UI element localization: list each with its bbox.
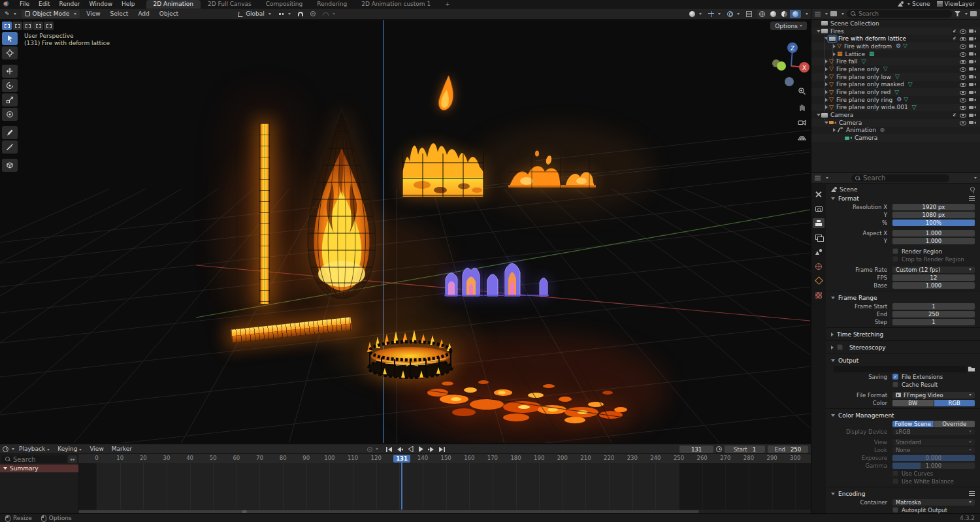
timeline-scrollbar[interactable] [78, 510, 699, 513]
tab-2d-animation[interactable]: 2D Animation [146, 0, 201, 8]
disclosure-icon[interactable] [825, 98, 828, 102]
hide-eye-icon[interactable] [960, 59, 966, 64]
add-cube-tool[interactable] [2, 159, 18, 172]
move-tool[interactable] [2, 65, 18, 78]
overlays-dropdown[interactable] [725, 10, 742, 18]
disclosure-icon[interactable] [825, 90, 828, 94]
disclosure-icon[interactable] [825, 82, 828, 86]
filter-funnel-icon[interactable] [955, 11, 960, 16]
shading-wireframe-button[interactable] [757, 10, 768, 18]
rotate-tool[interactable] [2, 79, 18, 92]
properties-editor-icon[interactable] [815, 176, 821, 180]
disclosure-icon[interactable] [825, 37, 828, 40]
object-visibility-dropdown[interactable] [687, 10, 704, 18]
stereoscopy-checkbox[interactable] [837, 344, 843, 350]
outliner-row-camera-data[interactable]: Camera [811, 134, 980, 142]
hide-eye-icon[interactable] [960, 120, 966, 125]
gamma-slider[interactable]: 1.000 [892, 463, 975, 469]
outliner-row-scene-collection[interactable]: Scene Collection [811, 20, 980, 27]
render-visibility-icon[interactable] [969, 97, 976, 103]
tab-output[interactable] [813, 218, 825, 228]
use-curves-checkbox[interactable] [892, 470, 898, 476]
render-visibility-icon[interactable] [969, 74, 976, 80]
menu-render[interactable]: Render [55, 1, 85, 7]
tab-world[interactable] [813, 261, 825, 271]
timeline-editor-icon[interactable] [3, 446, 8, 452]
aspect-y-field[interactable]: 1.000 [892, 238, 975, 244]
fire-plane-wide-object[interactable] [425, 347, 634, 438]
panel-output[interactable]: Output [826, 356, 980, 365]
view-transform-dropdown[interactable]: Standard [892, 439, 975, 446]
disclosure-icon[interactable] [833, 44, 836, 48]
display-device-dropdown[interactable]: sRGB [892, 429, 975, 435]
autosplit-checkbox[interactable] [892, 507, 898, 513]
render-region-checkbox[interactable] [892, 248, 898, 254]
gizmos-dropdown[interactable] [706, 10, 723, 18]
cache-result-checkbox[interactable] [892, 382, 898, 387]
output-path-field[interactable] [834, 366, 966, 372]
hide-eye-icon[interactable] [960, 112, 966, 118]
measure-tool[interactable] [2, 140, 18, 154]
render-visibility-icon[interactable] [969, 59, 976, 64]
outliner-row-lattice[interactable]: ▦Lattice ▦ [811, 50, 980, 58]
outliner-row-fire-with-deform-lattice[interactable]: Fire with deform lattice ✓ [811, 35, 980, 42]
play-reverse-button[interactable] [406, 446, 415, 453]
disclosure-icon[interactable] [825, 75, 828, 79]
viewlayer-selector[interactable]: ViewLayer [937, 1, 975, 7]
use-preview-range-icon[interactable] [716, 446, 722, 452]
viewport-menu-select[interactable]: Select [107, 10, 132, 17]
select-mode-extend-button[interactable] [12, 22, 22, 30]
annotate-tool[interactable] [2, 126, 18, 139]
timeline-menu-marker[interactable]: Marker [108, 446, 135, 452]
frame-start-field[interactable]: Start1 [725, 446, 765, 453]
render-visibility-icon[interactable] [969, 82, 976, 87]
outliner-row-fire-plane-only-masked[interactable]: ▽Fire plane only masked ▽ [811, 81, 980, 89]
frame-rate-dropdown[interactable]: Custom (12 fps) [892, 267, 975, 273]
tab-compositing[interactable]: Compositing [259, 0, 310, 8]
fire-column-object[interactable] [259, 123, 270, 304]
color-rgb-button[interactable]: RGB [934, 400, 975, 406]
outliner-row-animation[interactable]: Animation ◎ [811, 127, 980, 135]
timeline-menu-playback[interactable]: Playback [16, 446, 53, 452]
play-button[interactable] [416, 446, 425, 453]
disclosure-icon[interactable] [825, 59, 828, 63]
select-box-tool[interactable] [2, 32, 18, 45]
editor-type-button[interactable]: ✎ [3, 10, 18, 18]
timeline-menu-keying[interactable]: Keying [54, 446, 85, 452]
viewport-menu-add[interactable]: Add [135, 10, 152, 17]
shading-rendered-button[interactable] [790, 10, 801, 18]
fire-plane-object[interactable] [400, 138, 489, 201]
outliner-row-camera-object[interactable]: Camera [811, 119, 980, 127]
panel-format[interactable]: Format [826, 194, 980, 203]
filter-collection-icon[interactable] [830, 11, 837, 16]
hide-eye-icon[interactable] [960, 29, 966, 34]
blender-logo-icon[interactable] [3, 1, 10, 7]
select-mode-invert-button[interactable] [33, 22, 43, 30]
preset-menu-icon[interactable] [969, 491, 975, 496]
tab-object[interactable] [813, 276, 825, 285]
add-workspace-button[interactable]: + [438, 0, 457, 8]
hide-eye-icon[interactable] [960, 52, 966, 57]
tab-view-layer[interactable] [813, 233, 825, 242]
timeline-tracks[interactable] [78, 463, 811, 510]
disclosure-icon[interactable] [825, 122, 828, 124]
frame-end-field[interactable]: 250 [892, 311, 975, 318]
jump-to-start-button[interactable] [385, 446, 394, 453]
display-mode-icon[interactable] [815, 12, 821, 16]
menu-edit[interactable]: Edit [34, 1, 54, 7]
fire-plane-masked-object[interactable] [503, 146, 601, 199]
xray-toggle[interactable] [744, 10, 754, 18]
render-visibility-icon[interactable] [969, 36, 976, 41]
jump-to-end-button[interactable] [437, 446, 446, 453]
hide-eye-icon[interactable] [960, 97, 966, 103]
preset-menu-icon[interactable] [969, 196, 975, 201]
mode-dropdown[interactable]: Object Mode [22, 10, 80, 18]
outliner-row-fire-with-defrom[interactable]: ▽Fire with defrom ⚙▽ [811, 42, 980, 50]
panel-frame-range[interactable]: Frame Range [826, 293, 980, 302]
render-visibility-icon[interactable] [969, 112, 976, 118]
frame-start-field[interactable]: 1 [892, 303, 975, 310]
filter-button[interactable]: ↔ [68, 455, 77, 463]
scale-tool[interactable] [2, 93, 18, 106]
playhead-frame-label[interactable]: 131 [393, 455, 410, 463]
resolution-percent-slider[interactable]: 100% [892, 220, 975, 226]
